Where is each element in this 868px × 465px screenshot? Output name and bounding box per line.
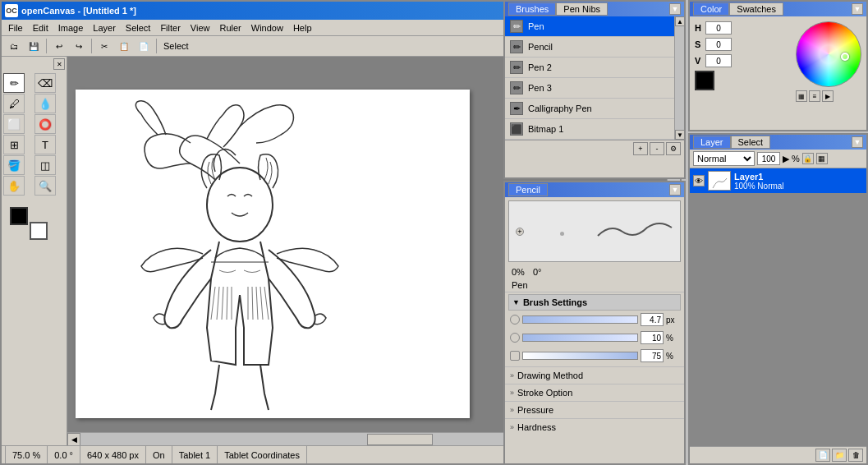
opacity-slider[interactable] xyxy=(522,352,638,360)
brushes-tab-brushes[interactable]: Brushes xyxy=(508,2,556,16)
foreground-color-swatch[interactable] xyxy=(10,207,28,225)
color-panel-header: Color Swatches ▼ xyxy=(690,2,866,16)
min-size-unit: % xyxy=(666,334,679,343)
svg-point-0 xyxy=(207,168,273,242)
brushes-delete-button[interactable]: - xyxy=(650,142,664,155)
toolbar-btn-cut[interactable]: ✂ xyxy=(95,38,113,54)
scroll-thumb-horizontal[interactable] xyxy=(367,434,433,445)
tool-fill[interactable]: 🪣 xyxy=(3,155,25,175)
menu-filter[interactable]: Filter xyxy=(155,21,185,35)
layer-lock-button[interactable]: 🔒 xyxy=(802,153,814,164)
layer-delete-button[interactable]: 🗑 xyxy=(848,449,863,462)
drawing-canvas[interactable] xyxy=(76,90,470,418)
opacity-square xyxy=(510,351,520,361)
preview-add-button[interactable]: + xyxy=(516,228,524,236)
brush-item-pen3[interactable]: ✏ Pen 3 xyxy=(505,78,674,99)
s-input[interactable] xyxy=(705,38,732,51)
menu-edit[interactable]: Edit xyxy=(28,21,53,35)
min-size-input[interactable] xyxy=(641,331,664,344)
drawing-method-header[interactable]: » Drawing Method xyxy=(505,367,684,384)
tool-transform[interactable]: ⊞ xyxy=(3,135,25,154)
layer-options-button[interactable]: ▦ xyxy=(816,153,828,164)
background-color-swatch[interactable] xyxy=(30,222,48,240)
brush-label-bitmap: Bitmap 1 xyxy=(528,124,563,134)
toolbar-btn-1[interactable]: 🗂 xyxy=(5,38,23,54)
toolbar-btn-redo[interactable]: ↪ xyxy=(70,38,88,54)
layer-folder-button[interactable]: 📁 xyxy=(832,449,847,462)
layer-new-button[interactable]: 📄 xyxy=(815,449,830,462)
scroll-left-arrow[interactable]: ◀ xyxy=(67,433,80,445)
brush-settings-collapse-icon: ▼ xyxy=(512,298,520,306)
layer-panel-menu-button[interactable]: ▼ xyxy=(852,136,863,148)
brush-icon-calligraphy: ✒ xyxy=(510,102,523,115)
toolbar-btn-undo[interactable]: ↩ xyxy=(50,38,68,54)
color-panel-menu-button[interactable]: ▼ xyxy=(852,3,863,15)
tool-dropper[interactable]: 💧 xyxy=(34,94,56,113)
menu-select[interactable]: Select xyxy=(121,21,156,35)
brush-item-pencil[interactable]: ✏ Pencil xyxy=(505,37,674,58)
brushes-scroll-track[interactable] xyxy=(675,26,684,130)
layer-tab-layer[interactable]: Layer xyxy=(693,136,731,149)
hardness-header[interactable]: » Hardness xyxy=(505,419,684,435)
menu-window[interactable]: Window xyxy=(246,21,288,35)
tool-text[interactable]: T xyxy=(34,135,56,154)
color-tab-color[interactable]: Color xyxy=(693,2,729,16)
min-size-slider[interactable] xyxy=(522,334,638,342)
layer-tab-select[interactable]: Select xyxy=(731,136,771,149)
stroke-option-expand-icon: » xyxy=(510,389,514,397)
layer-eye-icon[interactable]: 👁 xyxy=(693,175,705,186)
tool-pen[interactable]: ✏ xyxy=(3,73,25,93)
brush-item-calligraphy[interactable]: ✒ Calligraphy Pen xyxy=(505,99,674,119)
opacity-value-input[interactable] xyxy=(757,152,780,165)
h-input[interactable] xyxy=(705,21,732,35)
tool-move[interactable]: ✋ xyxy=(3,176,25,196)
opacity-input[interactable] xyxy=(641,349,664,362)
brushes-scroll-up[interactable]: ▲ xyxy=(675,16,685,26)
toolbar-select-label[interactable]: Select xyxy=(160,41,192,51)
menu-help[interactable]: Help xyxy=(288,21,317,35)
color-tab-swatches[interactable]: Swatches xyxy=(729,2,783,16)
v-input[interactable] xyxy=(705,54,732,67)
color-gradient-button[interactable]: ▦ xyxy=(796,90,807,102)
menu-image[interactable]: Image xyxy=(53,21,89,35)
toolbar-btn-2[interactable]: 💾 xyxy=(25,38,43,54)
color-list-button[interactable]: ≡ xyxy=(809,90,820,102)
tool-zoom[interactable]: 🔍 xyxy=(34,176,56,196)
brush-size-input[interactable] xyxy=(641,313,664,326)
tool-pencil[interactable]: 🖊 xyxy=(3,94,25,113)
toolbar-btn-copy[interactable]: 📋 xyxy=(115,38,133,54)
brush-item-pen2[interactable]: ✏ Pen 2 xyxy=(505,58,674,78)
tool-panel-close-button[interactable]: ✕ xyxy=(53,58,65,70)
tool-gradient[interactable]: ◫ xyxy=(34,155,56,175)
opacity-row: % xyxy=(508,347,681,365)
stroke-option-header[interactable]: » Stroke Option xyxy=(505,384,684,401)
pencil-panel-menu-button[interactable]: ▼ xyxy=(669,184,681,196)
color-wheel[interactable] xyxy=(796,21,861,87)
menu-file[interactable]: File xyxy=(3,21,28,35)
brushes-panel-menu-button[interactable]: ▼ xyxy=(669,3,681,15)
brush-item-pen[interactable]: ✏ Pen xyxy=(505,16,674,37)
brushes-scroll-down[interactable]: ▼ xyxy=(675,130,685,140)
pencil-tab[interactable]: Pencil xyxy=(508,183,548,196)
blend-mode-select[interactable]: Normal xyxy=(693,151,755,166)
brush-item-bitmap[interactable]: ⬛ Bitmap 1 xyxy=(505,119,674,140)
selected-color-display[interactable] xyxy=(695,71,714,90)
brush-settings-header[interactable]: ▼ Brush Settings xyxy=(508,294,681,311)
brushes-scrollbar[interactable]: ▲ ▼ xyxy=(674,16,684,140)
brush-preview-area: + xyxy=(508,200,681,262)
brushes-add-button[interactable]: + xyxy=(633,142,648,155)
color-options-button[interactable]: ▶ xyxy=(822,90,834,102)
tool-eraser[interactable]: ⌫ xyxy=(34,73,56,93)
menu-view[interactable]: View xyxy=(186,21,215,35)
brushes-settings-button[interactable]: ⚙ xyxy=(666,142,681,155)
tool-lasso[interactable]: ⭕ xyxy=(34,114,56,134)
menu-ruler[interactable]: Ruler xyxy=(215,21,246,35)
menu-layer[interactable]: Layer xyxy=(88,21,121,35)
layer-panel: Layer Select ▼ Normal ▶ % 🔒 ▦ 👁 Layer1 1… xyxy=(688,133,868,465)
brush-size-slider[interactable] xyxy=(522,315,638,324)
layer-item-1[interactable]: 👁 Layer1 100% Normal xyxy=(690,168,866,193)
pressure-header[interactable]: » Pressure xyxy=(505,402,684,418)
toolbar-btn-paste[interactable]: 📄 xyxy=(135,38,153,54)
brushes-tab-pen-nibs[interactable]: Pen Nibs xyxy=(556,2,608,16)
tool-selection[interactable]: ⬜ xyxy=(3,114,25,134)
